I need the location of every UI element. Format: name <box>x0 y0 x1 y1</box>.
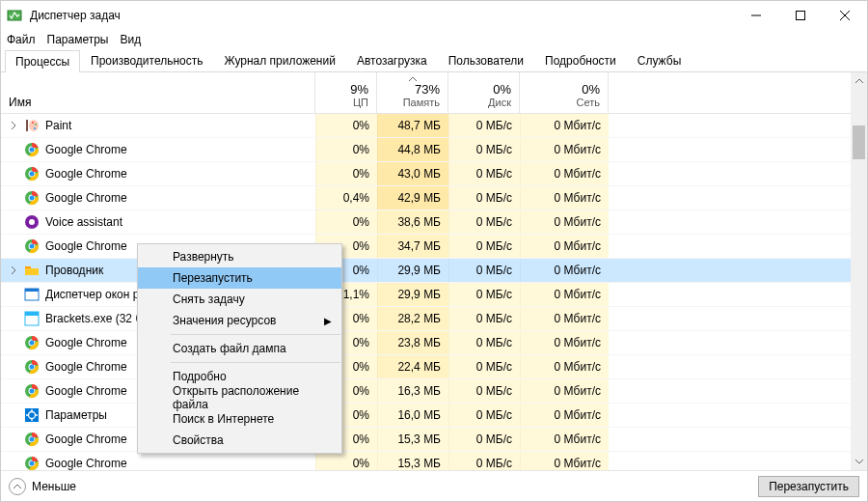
process-name-label: Paint <box>45 119 71 132</box>
chrome-icon <box>24 456 40 470</box>
svg-rect-24 <box>25 266 31 268</box>
disk-cell: 0 МБ/с <box>448 162 520 185</box>
column-header-memory[interactable]: 73% Память <box>377 72 448 113</box>
network-cell: 0 Мбит/с <box>520 452 609 470</box>
svg-point-18 <box>30 196 35 201</box>
column-header-disk[interactable]: 0% Диск <box>448 72 520 113</box>
close-button[interactable] <box>823 1 867 30</box>
disk-cell: 0 МБ/с <box>448 235 520 258</box>
column-header-network[interactable]: 0% Сеть <box>520 72 609 113</box>
chrome-icon <box>24 359 40 375</box>
svg-point-37 <box>30 389 35 394</box>
process-row[interactable]: Google Chrome0%15,3 МБ0 МБ/с0 Мбит/с <box>1 452 867 470</box>
memory-cell: 29,9 МБ <box>377 259 448 282</box>
svg-point-8 <box>35 124 37 126</box>
cpu-cell: 0,4% <box>315 186 377 209</box>
restart-button[interactable]: Перезапустить <box>758 476 859 497</box>
context-menu-item[interactable]: Открыть расположение файла <box>138 387 341 408</box>
memory-cell: 23,8 МБ <box>377 331 448 354</box>
process-row[interactable]: Google Chrome0%34,7 МБ0 МБ/с0 Мбит/с <box>1 235 867 259</box>
process-row[interactable]: Параметры0%16,0 МБ0 МБ/с0 Мбит/с <box>1 404 867 428</box>
svg-point-9 <box>34 127 36 129</box>
context-menu[interactable]: РазвернутьПерезапуститьСнять задачуЗначе… <box>137 243 342 454</box>
context-menu-item[interactable]: Развернуть <box>138 246 341 267</box>
process-row[interactable]: Google Chrome0%15,3 МБ0 МБ/с0 Мбит/с <box>1 428 867 452</box>
context-menu-separator <box>171 362 340 363</box>
network-cell: 0 Мбит/с <box>520 114 609 137</box>
disk-cell: 0 МБ/с <box>448 404 520 427</box>
context-menu-item[interactable]: Создать файл дампа <box>138 338 341 359</box>
process-name-cell[interactable]: Google Chrome <box>1 142 315 157</box>
scroll-down-icon[interactable] <box>851 454 867 470</box>
disk-cell: 0 МБ/с <box>448 210 520 234</box>
process-name-label: Google Chrome <box>45 432 127 446</box>
titlebar: Диспетчер задач <box>1 1 867 30</box>
chrome-icon <box>24 238 40 254</box>
tab-4[interactable]: Пользователи <box>438 49 534 71</box>
process-name-cell[interactable]: Paint <box>1 118 315 133</box>
process-name-label: Google Chrome <box>45 336 127 349</box>
scrollbar-thumb[interactable] <box>853 126 865 159</box>
menu-options[interactable]: Параметры <box>47 33 109 46</box>
process-list[interactable]: Paint0%48,7 МБ0 МБ/с0 Мбит/сGoogle Chrom… <box>1 114 867 470</box>
svg-rect-2 <box>797 12 805 20</box>
menu-view[interactable]: Вид <box>120 33 141 46</box>
process-row[interactable]: Google Chrome0%16,3 МБ0 МБ/с0 Мбит/с <box>1 379 867 404</box>
scroll-up-icon[interactable] <box>851 72 867 89</box>
taskmgr-icon <box>7 8 22 23</box>
process-row[interactable]: Диспетчер окон рабочего стола1,1%29,9 МБ… <box>1 283 867 307</box>
brackets-icon <box>24 311 40 326</box>
memory-cell: 43,0 МБ <box>377 162 448 185</box>
context-menu-item[interactable]: Снять задачу <box>138 289 341 310</box>
vertical-scrollbar[interactable] <box>851 72 867 470</box>
process-row[interactable]: Voice assistant0%38,6 МБ0 МБ/с0 Мбит/с <box>1 210 867 235</box>
network-cell: 0 Мбит/с <box>520 307 609 330</box>
tab-6[interactable]: Службы <box>627 49 692 71</box>
process-row[interactable]: Brackets.exe (32 бит)0%28,2 МБ0 МБ/с0 Мб… <box>1 307 867 331</box>
context-menu-item[interactable]: Перезапустить <box>138 267 341 289</box>
dwm-icon <box>24 287 40 302</box>
expand-chevron-icon[interactable] <box>9 266 18 274</box>
network-cell: 0 Мбит/с <box>520 331 609 354</box>
svg-point-7 <box>32 122 34 124</box>
expand-chevron-icon[interactable] <box>9 122 18 129</box>
process-row[interactable]: Paint0%48,7 МБ0 МБ/с0 Мбит/с <box>1 114 867 138</box>
maximize-button[interactable] <box>778 1 823 30</box>
process-name-cell[interactable]: Google Chrome <box>1 166 315 181</box>
disk-cell: 0 МБ/с <box>448 283 520 306</box>
process-name-label: Проводник <box>45 264 103 277</box>
chrome-icon <box>24 190 40 206</box>
process-row[interactable]: Google Chrome0%23,8 МБ0 МБ/с0 Мбит/с <box>1 331 867 355</box>
chrome-icon <box>24 335 40 350</box>
fewer-details-label[interactable]: Меньше <box>32 480 76 493</box>
process-row[interactable]: Google Chrome0%44,8 МБ0 МБ/с0 Мбит/с <box>1 138 867 162</box>
context-menu-item[interactable]: Значения ресурсов▶ <box>138 310 341 331</box>
process-row[interactable]: Проводник0%29,9 МБ0 МБ/с0 Мбит/с <box>1 259 867 283</box>
process-row[interactable]: Google Chrome0%22,4 МБ0 МБ/с0 Мбит/с <box>1 355 867 379</box>
process-row[interactable]: Google Chrome0,4%42,9 МБ0 МБ/с0 Мбит/с <box>1 186 867 210</box>
tab-5[interactable]: Подробности <box>534 49 627 71</box>
tab-3[interactable]: Автозагрузка <box>346 49 438 71</box>
process-name-label: Google Chrome <box>45 360 127 374</box>
memory-cell: 15,3 МБ <box>377 452 448 470</box>
column-header-cpu[interactable]: 9% ЦП <box>315 72 377 113</box>
column-header-name[interactable]: Имя <box>1 72 315 113</box>
explorer-icon <box>24 263 40 278</box>
menu-file[interactable]: Файл <box>7 33 36 46</box>
context-menu-item[interactable]: Свойства <box>138 430 341 451</box>
process-name-cell[interactable]: Voice assistant <box>1 214 315 230</box>
tab-1[interactable]: Производительность <box>80 49 213 71</box>
svg-rect-5 <box>26 120 28 131</box>
fewer-details-icon[interactable] <box>9 478 26 495</box>
context-menu-item[interactable]: Поиск в Интернете <box>138 408 341 430</box>
tab-0[interactable]: Процессы <box>5 50 80 72</box>
process-name-cell[interactable]: Google Chrome <box>1 190 315 206</box>
minimize-button[interactable] <box>734 1 778 30</box>
process-name-cell[interactable]: Google Chrome <box>1 456 315 470</box>
svg-point-31 <box>30 341 35 346</box>
svg-point-34 <box>30 365 35 370</box>
svg-point-49 <box>30 461 35 466</box>
tab-2[interactable]: Журнал приложений <box>214 49 346 71</box>
process-row[interactable]: Google Chrome0%43,0 МБ0 МБ/с0 Мбит/с <box>1 162 867 186</box>
network-cell: 0 Мбит/с <box>520 186 609 209</box>
